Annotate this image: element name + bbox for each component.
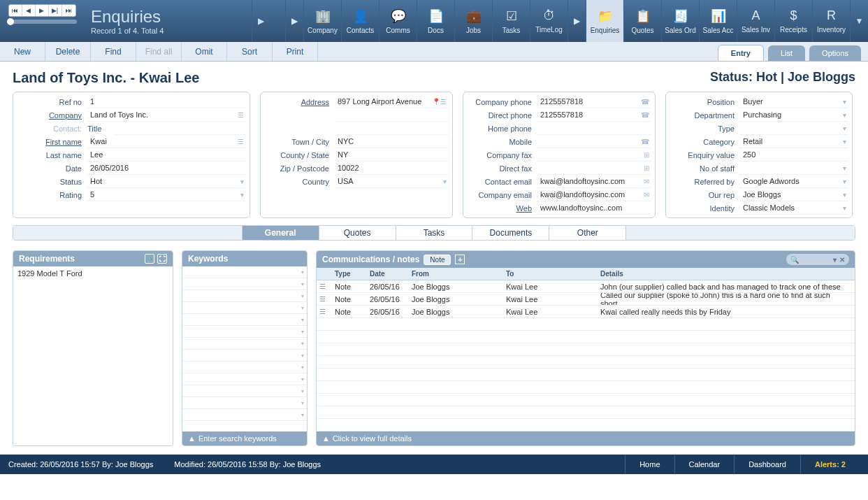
nav-sales-ord[interactable]: 🧾Sales Ord	[661, 0, 699, 42]
nav-tasks[interactable]: ☑Tasks	[492, 0, 530, 42]
keyword-row[interactable]: ▾	[182, 278, 307, 290]
field-zip[interactable]: 10022	[335, 162, 448, 175]
comm-row[interactable]: ☰Note26/05/16Joe BloggsKwai LeeJohn (our…	[317, 280, 855, 293]
keyword-row[interactable]: ▾	[182, 290, 307, 302]
field-rep[interactable]: Joe Bloggs▾	[740, 188, 848, 201]
fax-icon[interactable]: ⊞	[644, 151, 649, 159]
sort-button[interactable]: Sort	[227, 42, 273, 61]
nav-collapse-right[interactable]: ▼	[850, 0, 868, 42]
field-company[interactable]: Land of Toys Inc.☰	[87, 108, 245, 122]
keyword-row[interactable]: ▾	[182, 362, 307, 373]
nav-enquiries[interactable]: 📁Enquiries	[586, 0, 623, 42]
chevron-down-icon[interactable]: ▾	[240, 178, 244, 185]
nav-jobs[interactable]: 💼Jobs	[454, 0, 492, 42]
field-cemail[interactable]: kwai@landoftoysinc.com✉	[537, 175, 651, 188]
col-from[interactable]: From	[409, 268, 503, 280]
comm-row[interactable]: ☰Note26/05/16Joe BloggsKwai LeeKwai call…	[317, 306, 855, 318]
nav-comms[interactable]: 💬Comms	[379, 0, 417, 42]
list-icon[interactable]: ☰	[238, 138, 244, 145]
keyword-row[interactable]: ▾	[182, 373, 307, 385]
field-firstname[interactable]: Kwai☰	[87, 135, 245, 148]
field-address[interactable]: 897 Long Airport Avenue📍☰	[335, 95, 448, 108]
keyword-row[interactable]: ▾	[182, 409, 307, 421]
field-address3[interactable]	[335, 122, 448, 135]
keyword-row[interactable]: ▾	[182, 350, 307, 362]
first-record-button[interactable]: ⏮	[9, 5, 22, 16]
print-button[interactable]: Print	[273, 42, 318, 61]
nav-quotes[interactable]: 📋Quotes	[623, 0, 661, 42]
field-hphone[interactable]	[537, 122, 651, 135]
expand-icon[interactable]: ⛶	[157, 254, 167, 264]
field-identity[interactable]: Classic Models▾	[740, 201, 848, 215]
field-county[interactable]: NY	[335, 148, 448, 162]
clear-icon[interactable]: ✕	[839, 256, 845, 264]
home-button[interactable]: Home	[625, 455, 674, 474]
keyword-row[interactable]: ▾	[182, 385, 307, 397]
section-tab-documents[interactable]: Documents	[472, 226, 549, 240]
chevron-down-icon[interactable]: ▾	[443, 178, 447, 185]
chevron-down-icon[interactable]: ▾	[843, 111, 846, 119]
record-slider[interactable]	[7, 20, 77, 24]
section-tab-quotes[interactable]: Quotes	[319, 226, 396, 240]
nav-crm-work[interactable]: ▶	[285, 0, 303, 42]
phone-icon[interactable]: ☎	[641, 138, 649, 145]
keyword-row[interactable]: ▾	[182, 326, 307, 338]
comm-footer[interactable]: ▲ Click to view full details	[317, 431, 855, 445]
section-tab-general[interactable]: General	[243, 226, 319, 240]
dropdown-icon[interactable]: ▾	[833, 256, 837, 264]
tab-entry[interactable]: Entry	[718, 45, 764, 61]
chevron-down-icon[interactable]: ▾	[843, 204, 846, 212]
field-type[interactable]: ▾	[740, 122, 848, 135]
chevron-down-icon[interactable]: ▾	[843, 178, 846, 185]
col-type[interactable]: Type	[332, 268, 367, 280]
find-button[interactable]: Find	[91, 42, 136, 61]
label-company[interactable]: Company	[17, 111, 87, 120]
new-button[interactable]: New	[0, 42, 45, 61]
chevron-down-icon[interactable]: ▾	[240, 191, 244, 199]
keyword-row[interactable]: ▾	[182, 397, 307, 409]
nav-receipts[interactable]: $Receipts	[774, 0, 812, 42]
field-value[interactable]: 250	[740, 148, 848, 162]
section-tab-tasks[interactable]: Tasks	[396, 226, 473, 240]
mail-icon[interactable]: ✉	[644, 178, 649, 185]
chevron-down-icon[interactable]: ▾	[843, 124, 846, 132]
keyword-row[interactable]: ▾	[182, 338, 307, 350]
keyword-row[interactable]: ▾	[182, 302, 307, 314]
chevron-down-icon[interactable]: ▾	[843, 98, 846, 106]
field-coemail[interactable]: kwai@landoftoysinc.com✉	[537, 188, 651, 201]
delete-button[interactable]: Delete	[45, 42, 91, 61]
nav-inventory[interactable]: RInventory	[812, 0, 850, 42]
field-status[interactable]: Hot▾	[87, 175, 245, 188]
dashboard-button[interactable]: Dashboard	[734, 455, 800, 474]
nav-sales-inv[interactable]: ASales Inv	[737, 0, 774, 42]
field-date[interactable]: 26/05/2016	[87, 162, 245, 175]
field-cfax[interactable]: ⊞	[537, 148, 651, 162]
field-mobile[interactable]: ☎	[537, 135, 651, 148]
chevron-down-icon[interactable]: ▾	[843, 164, 846, 172]
attach-icon[interactable]: 🔗	[145, 254, 154, 264]
fax-icon[interactable]: ⊞	[644, 164, 649, 172]
nav-company[interactable]: 🏢Company	[303, 0, 341, 42]
field-address2[interactable]	[335, 108, 448, 122]
note-pill[interactable]: Note	[424, 255, 451, 265]
field-cphone[interactable]: 2125557818☎	[537, 95, 651, 108]
chevron-down-icon[interactable]: ▾	[843, 191, 846, 199]
mail-icon[interactable]: ✉	[644, 191, 649, 199]
label-firstname[interactable]: First name	[17, 138, 87, 146]
field-position[interactable]: Buyer▾	[740, 95, 848, 108]
list-icon[interactable]: ☰	[238, 111, 244, 119]
omit-button[interactable]: Omit	[182, 42, 227, 61]
col-date[interactable]: Date	[367, 268, 409, 280]
calendar-button[interactable]: Calendar	[674, 455, 735, 474]
add-note-button[interactable]: +	[455, 255, 465, 264]
section-tab-other[interactable]: Other	[549, 226, 626, 240]
comm-search[interactable]: 🔍 ▾ ✕	[786, 254, 849, 265]
field-rating[interactable]: 5▾	[87, 188, 245, 201]
label-address[interactable]: Address	[265, 98, 335, 106]
chevron-down-icon[interactable]: ▾	[843, 138, 846, 145]
field-refno[interactable]: 1	[87, 95, 245, 108]
tab-list[interactable]: List	[768, 45, 805, 61]
field-dept[interactable]: Purchasing▾	[740, 108, 848, 122]
nav-collapse-left[interactable]: ▶	[252, 0, 270, 42]
find-all-button[interactable]: Find all	[136, 42, 182, 61]
